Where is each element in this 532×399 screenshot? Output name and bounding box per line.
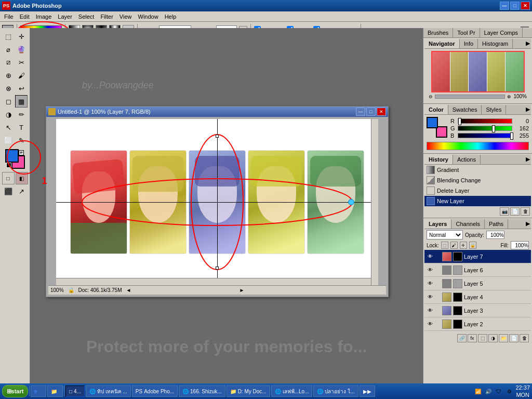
color-spectrum-bar[interactable]: [427, 142, 529, 150]
layer-delete-btn[interactable]: 🗑: [520, 334, 529, 342]
lock-transparent-pixels[interactable]: ⬚: [441, 242, 448, 249]
tab-swatches[interactable]: Swatches: [448, 105, 482, 114]
swap-colors-icon[interactable]: ⇄: [19, 150, 24, 155]
green-slider[interactable]: [458, 126, 512, 131]
vertical-scrollbar[interactable]: [371, 119, 378, 285]
taskbar-item-loff[interactable]: 🌐เลฟฟ์...Lo...: [271, 385, 313, 397]
systray-volume[interactable]: 🔊: [484, 387, 493, 395]
history-options-icon[interactable]: ▶: [525, 155, 531, 164]
menu-window[interactable]: Window: [135, 12, 162, 21]
taskbar-item-empty1[interactable]: 🌐ทิป เทคนิค ...: [86, 385, 131, 397]
eraser-tool[interactable]: ◻: [2, 95, 15, 108]
systray-antivirus[interactable]: 🛡: [495, 387, 503, 395]
reset-colors-icon[interactable]: ↺: [6, 163, 11, 168]
history-item-blending[interactable]: Blending Change: [424, 175, 531, 185]
layer-opacity-input[interactable]: 100%: [486, 231, 504, 239]
history-new-doc-btn[interactable]: 📄: [510, 207, 520, 216]
maximize-button[interactable]: □: [510, 2, 520, 10]
tab-actions[interactable]: Actions: [453, 155, 481, 164]
layer-item-6[interactable]: 👁 Layer 6: [424, 263, 531, 277]
blue-slider-thumb[interactable]: [510, 132, 513, 140]
taskbar-item-166[interactable]: 🌐166. Shizuk...: [179, 385, 225, 397]
shape-tool[interactable]: ⬜: [2, 134, 15, 147]
taskbar-item-4[interactable]: □4...: [65, 385, 85, 397]
layer-7-visibility[interactable]: 👁: [427, 253, 434, 260]
red-slider-thumb[interactable]: [458, 118, 461, 125]
doc-maximize-btn[interactable]: □: [366, 108, 376, 116]
slice-tool[interactable]: ✂: [15, 56, 28, 69]
move-tool[interactable]: ✛: [15, 30, 28, 43]
tab-paths[interactable]: Paths: [485, 219, 508, 229]
lock-all[interactable]: 🔒: [469, 242, 476, 249]
brush-tool[interactable]: 🖌: [15, 69, 28, 82]
taskbar-item-more[interactable]: ▶▶: [360, 385, 375, 397]
layer-link-btn[interactable]: 🔗: [457, 334, 467, 342]
history-snapshot-btn[interactable]: 📷: [500, 207, 509, 216]
lock-position[interactable]: ✛: [460, 242, 467, 249]
tab-channels[interactable]: Channels: [451, 219, 484, 229]
history-delete-btn[interactable]: 🗑: [521, 207, 530, 216]
layer-mask-btn[interactable]: ⬚: [478, 334, 487, 342]
pen-tool[interactable]: ✏: [15, 108, 28, 121]
doc-close-btn[interactable]: ✕: [377, 108, 386, 116]
tab-brushes[interactable]: Brushes: [423, 28, 453, 37]
quick-mask-on[interactable]: ◧: [16, 172, 28, 184]
taskbar-item-photoshop[interactable]: PSAdobe Pho...: [132, 385, 178, 397]
layer-item-5[interactable]: 👁 Layer 5: [424, 277, 531, 290]
tab-layers[interactable]: Layers: [424, 219, 451, 229]
tab-history[interactable]: History: [424, 155, 453, 164]
magic-wand-tool[interactable]: 🔮: [15, 43, 28, 56]
clone-stamp-tool[interactable]: ⊗: [2, 82, 15, 95]
layer-adj-btn[interactable]: ◑: [488, 334, 498, 342]
quick-mask-off[interactable]: □: [2, 172, 15, 184]
doc-nav-left[interactable]: ◄: [126, 287, 131, 293]
systray-network[interactable]: 📶: [474, 387, 482, 395]
color-options-icon[interactable]: ▶: [525, 105, 531, 114]
tab-layer-comps[interactable]: Layer Comps: [480, 28, 523, 37]
layer-item-3[interactable]: 👁 Layer 3: [424, 304, 531, 317]
history-brush-tool[interactable]: ↩: [15, 82, 28, 95]
navigator-options-icon[interactable]: ▶: [525, 39, 531, 48]
menu-file[interactable]: File: [1, 12, 17, 21]
layer-item-4[interactable]: 👁 Layer 4: [424, 290, 531, 304]
menu-view[interactable]: View: [116, 12, 135, 21]
lock-image-pixels[interactable]: 🖌: [450, 242, 458, 249]
taskbar-item-fish[interactable]: 🌐ปลาอย่าง ใ...: [313, 385, 358, 397]
layers-options-icon[interactable]: ▶: [525, 219, 531, 229]
notes-tool[interactable]: ✎: [15, 134, 28, 147]
dodge-tool[interactable]: ◑: [2, 108, 15, 121]
taskbar-btn-folder[interactable]: 📁: [47, 385, 63, 397]
lasso-tool[interactable]: ⌀: [2, 43, 15, 56]
taskbar-item-mydc[interactable]: 📁D: My Doc...: [227, 385, 270, 397]
tab-color[interactable]: Color: [424, 105, 448, 114]
menu-help[interactable]: Help: [162, 12, 180, 21]
menu-image[interactable]: Image: [33, 12, 55, 21]
layer-item-7[interactable]: 👁 Layer 7: [424, 250, 531, 263]
zoom-in-icon[interactable]: ⊕: [507, 94, 511, 99]
fg-color-swatch[interactable]: [427, 117, 438, 128]
start-button[interactable]: ⊞ start: [2, 385, 28, 397]
path-selection-tool[interactable]: ↖: [2, 121, 15, 134]
system-clock[interactable]: 22:37 MON: [515, 384, 530, 399]
zoom-out-icon[interactable]: ⊖: [429, 94, 433, 99]
menu-select[interactable]: Select: [75, 12, 98, 21]
close-button[interactable]: ✕: [521, 2, 530, 10]
transform-handle-top[interactable]: [216, 135, 219, 138]
layer-folder-btn[interactable]: 📁: [499, 334, 508, 342]
screen-mode-btn[interactable]: ⬛: [2, 185, 15, 197]
layer-5-visibility[interactable]: 👁: [427, 280, 434, 287]
menu-edit[interactable]: Edit: [17, 12, 33, 21]
jump-to-imageready-btn[interactable]: ↗: [15, 185, 28, 197]
tab-navigator[interactable]: Navigator: [424, 39, 460, 48]
tab-styles[interactable]: Styles: [482, 105, 506, 114]
type-tool[interactable]: T: [15, 121, 28, 134]
healing-brush-tool[interactable]: ⊕: [2, 69, 15, 82]
crop-tool[interactable]: ⧄: [2, 56, 15, 69]
layer-2-visibility[interactable]: 👁: [427, 321, 434, 328]
layer-new-btn[interactable]: 📄: [509, 334, 518, 342]
gradient-tool[interactable]: ▦: [15, 95, 28, 108]
layer-item-2[interactable]: 👁 Layer 2: [424, 317, 531, 331]
doc-nav-right[interactable]: ►: [239, 287, 244, 293]
menu-filter[interactable]: Filter: [97, 12, 116, 21]
layer-blend-mode-dropdown[interactable]: Normal: [427, 230, 463, 240]
